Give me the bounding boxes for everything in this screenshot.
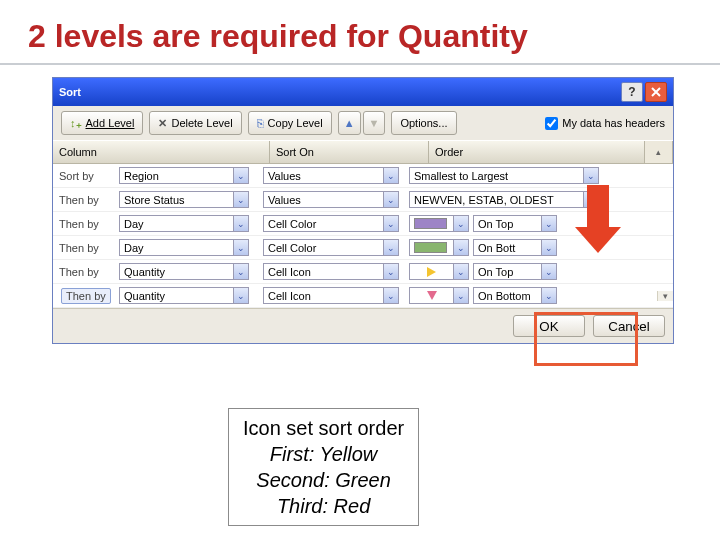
column-text: Store Status [120,194,233,206]
position-text: On Top [474,218,541,230]
combo[interactable]: ⌄ [409,215,469,232]
combo[interactable]: Quantity⌄ [119,287,249,304]
help-button[interactable]: ? [621,82,643,102]
column-text: Day [120,242,233,254]
headers-label: My data has headers [562,117,665,129]
ok-button[interactable]: OK [513,315,585,337]
copy-level-icon: ⎘ [257,117,264,129]
sorton-text: Values [264,170,383,182]
row-label: Then by [53,290,119,302]
order-cell: Smallest to Largest⌄ [409,167,657,184]
close-button[interactable] [645,82,667,102]
combo[interactable]: Cell Color⌄ [263,239,399,256]
delete-level-button[interactable]: ✕ Delete Level [149,111,241,135]
sort-level-row[interactable]: Sort byRegion⌄Values⌄Smallest to Largest… [53,164,673,188]
chevron-down-icon: ⌄ [233,240,248,255]
copy-level-label: Copy Level [268,117,323,129]
order-text: Smallest to Largest [410,170,583,182]
combo[interactable]: On Top⌄ [473,215,557,232]
options-button[interactable]: Options... [391,111,456,135]
arrow-down-icon: ▼ [369,117,380,129]
move-down-button[interactable]: ▼ [363,111,386,135]
column-text: Quantity [120,290,233,302]
row-label: Then by [53,194,119,206]
delete-level-label: Delete Level [171,117,232,129]
note-title: Icon set sort order [243,415,404,441]
combo[interactable]: Cell Icon⌄ [263,263,399,280]
options-label: Options... [400,117,447,129]
sort-grid-header: Column Sort On Order ▴ [53,140,673,164]
row-label: Then by [53,218,119,230]
chevron-down-icon: ⌄ [233,192,248,207]
scroll-up-button[interactable]: ▴ [645,141,673,163]
row-label: Then by [53,242,119,254]
headers-checkbox[interactable] [545,117,558,130]
move-up-button[interactable]: ▲ [338,111,361,135]
sort-level-row[interactable]: Then byQuantity⌄Cell Icon⌄⌄On Bottom⌄▾ [53,284,673,308]
color-swatch [414,218,447,229]
combo[interactable]: Values⌄ [263,191,399,208]
delete-level-icon: ✕ [158,117,167,130]
color-swatch [414,242,447,253]
header-sorton: Sort On [270,141,429,163]
headers-checkbox-wrap[interactable]: My data has headers [545,117,665,130]
dialog-titlebar[interactable]: Sort ? [53,78,673,106]
order-cell: ⌄On Top⌄ [409,263,657,280]
chevron-down-icon: ⌄ [233,216,248,231]
combo[interactable]: ⌄ [409,287,469,304]
sort-level-row[interactable]: Then byDay⌄Cell Color⌄⌄On Bott⌄ [53,236,673,260]
sort-level-row[interactable]: Then byStore Status⌄Values⌄NEWVEN, ESTAB… [53,188,673,212]
chevron-down-icon: ⌄ [583,192,598,207]
sort-level-row[interactable]: Then byQuantity⌄Cell Icon⌄⌄On Top⌄ [53,260,673,284]
chevron-down-icon: ⌄ [583,168,598,183]
chevron-down-icon: ⌄ [383,288,398,303]
combo[interactable]: Values⌄ [263,167,399,184]
combo[interactable]: Day⌄ [119,239,249,256]
slide-title: 2 levels are required for Quantity [0,0,720,65]
column-text: Day [120,218,233,230]
scroll-down-button[interactable]: ▾ [657,291,673,301]
combo[interactable]: ⌄ [409,263,469,280]
combo[interactable]: On Bott⌄ [473,239,557,256]
header-column: Column [53,141,270,163]
combo[interactable]: On Top⌄ [473,263,557,280]
chevron-down-icon: ⌄ [453,288,468,303]
combo[interactable]: NEWVEN, ESTAB, OLDEST⌄ [409,191,599,208]
cancel-button[interactable]: Cancel [593,315,665,337]
chevron-down-icon: ⌄ [383,216,398,231]
combo[interactable]: Quantity⌄ [119,263,249,280]
chevron-down-icon: ⌄ [541,216,556,231]
combo[interactable]: ⌄ [409,239,469,256]
combo[interactable]: Region⌄ [119,167,249,184]
combo[interactable]: Cell Color⌄ [263,215,399,232]
dialog-footer: OK Cancel [53,308,673,343]
combo[interactable]: Smallest to Largest⌄ [409,167,599,184]
note-line1: First: Yellow [243,441,404,467]
copy-level-button[interactable]: ⎘ Copy Level [248,111,332,135]
combo[interactable]: Cell Icon⌄ [263,287,399,304]
note-line2: Second: Green [243,467,404,493]
combo[interactable]: Store Status⌄ [119,191,249,208]
sorton-text: Cell Color [264,242,383,254]
add-level-label: Add Level [86,117,135,129]
chevron-down-icon: ⌄ [383,192,398,207]
position-text: On Bott [474,242,541,254]
sort-grid-body: Sort byRegion⌄Values⌄Smallest to Largest… [53,164,673,308]
chevron-down-icon: ⌄ [383,240,398,255]
arrow-right-icon [427,267,436,277]
combo[interactable]: On Bottom⌄ [473,287,557,304]
chevron-down-icon: ⌄ [383,264,398,279]
chevron-down-icon: ⌄ [541,288,556,303]
chevron-down-icon: ⌄ [453,264,468,279]
position-text: On Bottom [474,290,541,302]
arrow-up-icon: ▲ [344,117,355,129]
order-cell: ⌄On Bott⌄ [409,239,657,256]
sort-level-row[interactable]: Then byDay⌄Cell Color⌄⌄On Top⌄ [53,212,673,236]
add-level-button[interactable]: ↕₊ Add Level [61,111,143,135]
annotation-note: Icon set sort order First: Yellow Second… [228,408,419,526]
combo[interactable]: Day⌄ [119,215,249,232]
arrow-down-icon [427,291,437,300]
column-text: Quantity [120,266,233,278]
dialog-title: Sort [59,86,619,98]
chevron-down-icon: ⌄ [233,288,248,303]
